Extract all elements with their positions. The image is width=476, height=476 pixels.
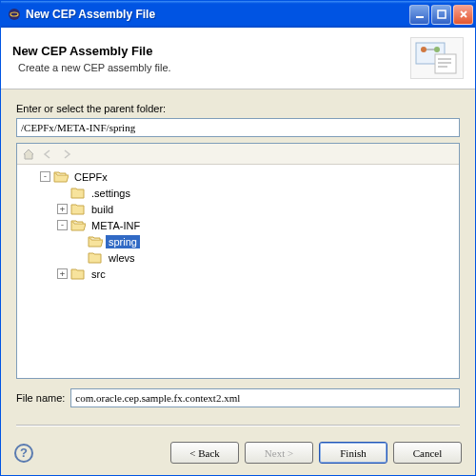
svg-rect-9 — [438, 62, 451, 64]
banner-title: New CEP Assembly File — [12, 44, 410, 58]
svg-point-5 — [421, 47, 426, 52]
tree-node-label[interactable]: META-INF — [89, 219, 143, 232]
filename-input[interactable] — [70, 388, 460, 407]
tree-node[interactable]: -CEPFx — [23, 169, 453, 185]
folder-icon — [70, 219, 86, 231]
parent-folder-label: Enter or select the parent folder: — [16, 103, 460, 114]
window-controls — [409, 5, 473, 25]
maximize-button[interactable] — [431, 5, 451, 25]
wizard-icon — [410, 37, 464, 79]
tree-node-label[interactable]: .settings — [89, 187, 133, 200]
back-button[interactable]: < Back — [170, 442, 239, 464]
folder-icon — [53, 170, 69, 183]
help-icon[interactable]: ? — [14, 444, 33, 463]
separator — [16, 425, 460, 426]
svg-rect-10 — [438, 66, 447, 68]
tree-expander-icon[interactable]: + — [57, 204, 68, 214]
tree-node[interactable]: .settings — [23, 185, 453, 201]
tree-node-label[interactable]: build — [89, 203, 116, 216]
dialog-window: New CEP Assembly File New CEP Assembly F… — [0, 0, 476, 476]
folder-icon — [70, 203, 86, 215]
forward-arrow-icon[interactable] — [59, 147, 74, 162]
banner-subtitle: Create a new CEP assembly file. — [18, 62, 410, 73]
parent-folder-input[interactable] — [16, 118, 460, 137]
svg-rect-2 — [416, 16, 424, 18]
titlebar-title: New CEP Assembly File — [26, 8, 409, 21]
folder-tree-container: -CEPFx.settings+build-META-INFspringwlev… — [16, 143, 460, 379]
cancel-button[interactable]: Cancel — [393, 442, 462, 464]
tree-node[interactable]: +build — [23, 201, 453, 217]
svg-point-6 — [434, 47, 440, 52]
tree-node[interactable]: -META-INF — [23, 217, 453, 233]
folder-icon — [88, 251, 103, 264]
folder-icon — [70, 268, 86, 280]
tree-node-label[interactable]: wlevs — [106, 251, 138, 265]
banner-text: New CEP Assembly File Create a new CEP a… — [12, 44, 410, 73]
folder-tree[interactable]: -CEPFx.settings+build-META-INFspringwlev… — [17, 165, 459, 378]
tree-node[interactable]: spring — [23, 233, 453, 249]
content-area: Enter or select the parent folder: -CEPF… — [1, 89, 475, 442]
tree-node-label[interactable]: src — [89, 268, 109, 281]
next-button: Next > — [245, 442, 313, 464]
tree-expander-icon[interactable]: - — [40, 171, 50, 182]
tree-expander-icon[interactable]: + — [57, 268, 68, 279]
footer: ? < Back Next > Finish Cancel — [1, 442, 475, 475]
close-button[interactable] — [453, 5, 473, 25]
tree-node-label[interactable]: spring — [106, 235, 140, 248]
home-icon[interactable] — [21, 147, 36, 162]
banner: New CEP Assembly File Create a new CEP a… — [1, 28, 475, 89]
tree-node[interactable]: wlevs — [23, 249, 453, 266]
finish-button[interactable]: Finish — [319, 442, 387, 464]
svg-rect-8 — [438, 58, 451, 60]
filename-row: File name: — [16, 388, 460, 407]
titlebar: New CEP Assembly File — [1, 1, 475, 28]
svg-rect-3 — [438, 10, 446, 18]
filename-label: File name: — [16, 392, 65, 404]
tree-expander-icon[interactable]: - — [57, 220, 68, 230]
folder-icon — [88, 235, 103, 248]
back-arrow-icon[interactable] — [40, 147, 55, 162]
minimize-button[interactable] — [409, 5, 429, 25]
eclipse-icon — [7, 7, 22, 22]
tree-toolbar — [17, 144, 459, 165]
tree-node-label[interactable]: CEPFx — [71, 170, 110, 184]
tree-node[interactable]: +src — [23, 266, 453, 282]
folder-icon — [70, 187, 86, 199]
